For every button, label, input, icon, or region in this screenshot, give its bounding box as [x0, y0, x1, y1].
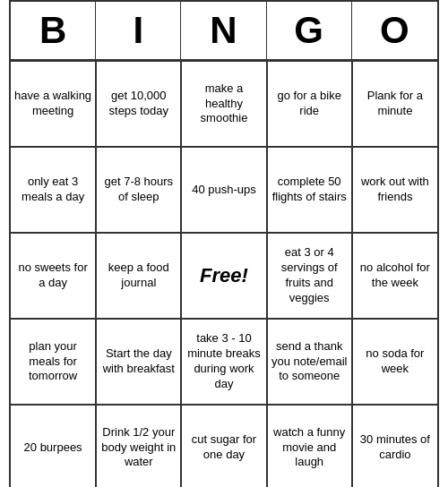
bingo-cell-17: take 3 - 10 minute breaks during work da…	[181, 319, 266, 405]
bingo-cell-19: no soda for week	[352, 319, 437, 405]
bingo-cell-14: no alcohol for the week	[352, 233, 437, 319]
bingo-cell-2: make a healthy smoothie	[181, 61, 266, 147]
bingo-cell-4: Plank for a minute	[352, 61, 437, 147]
bingo-cell-18: send a thank you note/email to someone	[267, 319, 352, 405]
bingo-cell-21: Drink 1/2 your body weight in water	[96, 405, 181, 487]
bingo-cell-5: only eat 3 meals a day	[11, 147, 96, 233]
bingo-cell-7: 40 push-ups	[181, 147, 266, 233]
bingo-cell-15: plan your meals for tomorrow	[11, 319, 96, 405]
bingo-cell-0: have a walking meeting	[11, 61, 96, 147]
bingo-header-letter: I	[96, 2, 181, 59]
bingo-cell-23: watch a funny movie and laugh	[267, 405, 352, 487]
bingo-cell-9: work out with friends	[352, 147, 437, 233]
bingo-header-letter: N	[181, 2, 266, 59]
bingo-cell-13: eat 3 or 4 servings of fruits and veggie…	[267, 233, 352, 319]
bingo-header-letter: G	[267, 2, 352, 59]
bingo-cell-1: get 10,000 steps today	[96, 61, 181, 147]
bingo-card: BINGO have a walking meetingget 10,000 s…	[9, 0, 439, 487]
bingo-cell-22: cut sugar for one day	[181, 405, 266, 487]
bingo-cell-12: Free!	[181, 233, 266, 319]
bingo-header: BINGO	[11, 2, 437, 61]
bingo-cell-16: Start the day with breakfast	[96, 319, 181, 405]
bingo-header-letter: O	[352, 2, 437, 59]
bingo-cell-3: go for a bike ride	[267, 61, 352, 147]
bingo-cell-8: complete 50 flights of stairs	[267, 147, 352, 233]
bingo-cell-10: no sweets for a day	[11, 233, 96, 319]
bingo-grid: have a walking meetingget 10,000 steps t…	[11, 61, 437, 487]
bingo-cell-20: 20 burpees	[11, 405, 96, 487]
bingo-cell-11: keep a food journal	[96, 233, 181, 319]
bingo-header-letter: B	[11, 2, 96, 59]
bingo-cell-6: get 7-8 hours of sleep	[96, 147, 181, 233]
bingo-cell-24: 30 minutes of cardio	[352, 405, 437, 487]
